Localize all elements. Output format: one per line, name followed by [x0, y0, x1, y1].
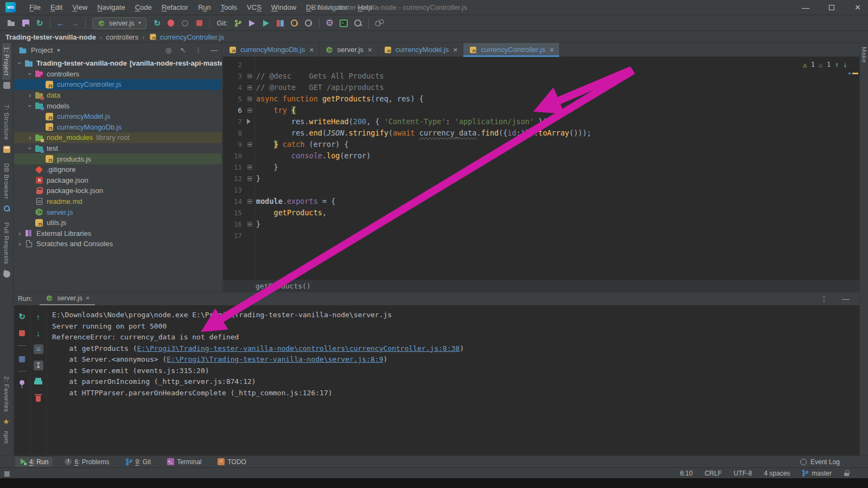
search-button[interactable] — [351, 17, 365, 30]
open-folder-button[interactable] — [4, 17, 18, 30]
menu-refactor[interactable]: Refactor — [157, 0, 193, 15]
code-line-14[interactable]: 14module.exports = { — [223, 196, 859, 207]
toolwindow-tab-git[interactable]: 9: Git — [121, 457, 155, 467]
menu-code[interactable]: Code — [130, 0, 157, 15]
stripe-tab-npm[interactable]: npm — [2, 427, 11, 448]
fold-marker-icon[interactable] — [247, 176, 252, 181]
stripe-tab-7-structure[interactable]: 7: Structure — [2, 101, 11, 144]
minimize-button[interactable]: — — [801, 3, 810, 12]
fold-marker-icon[interactable] — [247, 222, 252, 227]
tree-item-controllers[interactable]: ›controllers — [14, 69, 222, 80]
save-button[interactable] — [18, 17, 33, 30]
lock-icon[interactable] — [844, 470, 850, 477]
code-line-4[interactable]: 4// @route GET /api/products — [223, 82, 859, 93]
run-tab-serverjs[interactable]: server.js × — [40, 292, 95, 305]
run-panel-hide-button[interactable]: — — [842, 294, 850, 303]
chevron-open-icon[interactable]: › — [16, 59, 24, 68]
code-line-2[interactable]: 2 — [223, 59, 859, 70]
fold-marker-icon[interactable] — [247, 85, 252, 90]
chevron-open-icon[interactable]: › — [26, 144, 34, 153]
webstorm-logo-icon[interactable]: WS — [5, 2, 16, 12]
indent-setting[interactable]: 4 spaces — [764, 470, 790, 477]
debug-button[interactable] — [164, 17, 178, 30]
chevron-closed-icon[interactable]: › — [15, 240, 24, 248]
code-line-10[interactable]: 10 console.log(error) — [223, 150, 859, 162]
commit-button[interactable] — [259, 17, 273, 30]
code-line-17[interactable]: 17 — [223, 230, 859, 241]
current-function-breadcrumb[interactable]: getProducts() — [256, 282, 311, 290]
menu-file[interactable]: File — [24, 0, 46, 15]
close-icon[interactable]: × — [550, 46, 554, 54]
close-button[interactable]: × — [853, 2, 863, 13]
clear-console-button[interactable] — [34, 393, 43, 403]
tree-item-server-js[interactable]: server.js — [14, 207, 222, 217]
terminal-button[interactable]: >_ — [337, 17, 351, 30]
tree-item-external-libraries[interactable]: ›External Libraries — [14, 228, 222, 239]
prev-message-button[interactable]: ↑ — [34, 312, 43, 322]
breadcrumb-item-trading-tester-vanilla-node[interactable]: Trading-tester-vanilla-node — [5, 33, 96, 41]
locate-file-button[interactable]: ◎ — [165, 46, 171, 54]
tree-item-scratches-and-consoles[interactable]: ›Scratches and Consoles — [14, 239, 222, 249]
tree-item-package-lock-json[interactable]: package-lock.json — [14, 185, 222, 196]
stop-button[interactable] — [192, 17, 206, 30]
fold-marker-icon[interactable] — [247, 142, 252, 147]
tree-item-package-json[interactable]: package.json — [14, 175, 222, 186]
tree-item-currencymongodb-js[interactable]: currencyMongoDb.js — [14, 122, 222, 133]
stripe-tab-make[interactable]: Make — [860, 43, 868, 67]
breadcrumb-item-controllers[interactable]: controllers — [106, 33, 138, 41]
tree-item-test[interactable]: ›test — [14, 143, 222, 154]
tree-item-trading-tester-vanilla-node[interactable]: ›Trading-tester-vanilla-node[vanilla-nod… — [14, 58, 222, 69]
menu-navigate[interactable]: Navigate — [92, 0, 130, 15]
code-line-5[interactable]: 5async function getProducts(req, res) { — [223, 93, 859, 105]
rerun-button[interactable]: ↻ — [17, 312, 27, 322]
menu-view[interactable]: View — [67, 0, 92, 15]
rollback-button[interactable] — [302, 17, 316, 30]
tree-item-currencycontroller-js[interactable]: currencyController.js — [14, 79, 222, 90]
code-line-12[interactable]: 12} — [223, 173, 859, 184]
stack-trace-link[interactable]: E:\Progi3\Trading-tester-vanilla-node\co… — [137, 344, 460, 352]
run-panel-options-button[interactable]: ⋮ — [820, 294, 828, 303]
event-log-button[interactable]: Event Log — [800, 458, 840, 466]
editor-tab-currencycontroller-js[interactable]: currencyController.js× — [463, 43, 560, 56]
code-line-8[interactable]: 8 res.end(JSON.stringify(await currency_… — [223, 127, 859, 139]
forward-button[interactable]: → — [68, 17, 82, 30]
close-icon[interactable]: × — [86, 294, 90, 302]
code-line-11[interactable]: 11 } — [223, 162, 859, 173]
stack-trace-link[interactable]: E:\Progi3\Trading-tester-vanilla-node\se… — [167, 355, 383, 363]
coverage-button[interactable] — [178, 17, 192, 30]
tree-item-readme-md[interactable]: readme.md — [14, 196, 222, 207]
code-line-9[interactable]: 9 } catch (error) { — [223, 139, 859, 150]
git-branch-widget[interactable]: master — [802, 470, 832, 477]
sync-button[interactable]: ↻ — [33, 17, 47, 30]
diff-button[interactable] — [273, 17, 288, 30]
stripe-tab-1-project[interactable]: 1: Project — [2, 43, 11, 80]
collapse-all-button[interactable]: ↖ — [180, 46, 186, 54]
stop-button[interactable] — [19, 330, 25, 336]
menu-edit[interactable]: Edit — [46, 0, 67, 15]
chevron-open-icon[interactable]: › — [26, 69, 34, 79]
chevron-closed-icon[interactable]: › — [25, 91, 35, 99]
tree-item-models[interactable]: ›models — [14, 100, 222, 111]
next-message-button[interactable]: ↓ — [34, 328, 43, 338]
tree-item-gitignore[interactable]: .gitignore — [14, 164, 222, 175]
fold-marker-icon[interactable] — [247, 165, 252, 170]
project-panel-title[interactable]: Project — [31, 46, 53, 54]
editor-tab-currencymongodb-js[interactable]: currencyMongoDb.js× — [223, 43, 320, 56]
toolwindow-tab-problems[interactable]: 6: Problems — [60, 457, 113, 467]
tree-item-currencymodel-js[interactable]: currencyModel.js — [14, 111, 222, 122]
code-line-3[interactable]: 3// @desc Gets All Products — [223, 70, 859, 82]
fold-marker-icon[interactable] — [247, 199, 252, 204]
menu-tools[interactable]: Tools — [216, 0, 242, 15]
code-line-13[interactable]: 13 — [223, 184, 859, 196]
close-icon[interactable]: × — [309, 46, 314, 54]
editor-tab-currencymodel-js[interactable]: currencyModel.js× — [378, 43, 463, 56]
run-config-selector[interactable]: server.js▼ — [92, 17, 146, 29]
run-console-output[interactable]: E:\Downloads\Node\proga\node.exe E:\Prog… — [47, 305, 859, 455]
close-icon[interactable]: × — [368, 46, 372, 54]
file-encoding[interactable]: UTF-8 — [733, 470, 752, 477]
tree-item-utils-js[interactable]: utils.js — [14, 217, 222, 228]
hide-panel-button[interactable]: — — [210, 46, 218, 54]
stripe-tab-pull-requests[interactable]: Pull Requests — [2, 219, 11, 268]
breadcrumb-current-file[interactable]: currencyController.js — [160, 33, 225, 41]
tool-window-switcher-icon[interactable]: ▦ — [4, 470, 10, 477]
